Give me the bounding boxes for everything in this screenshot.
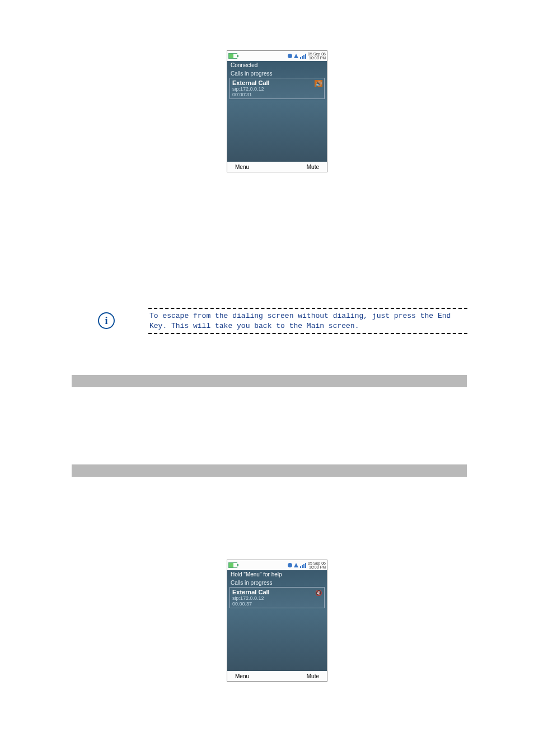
softkey-mute[interactable]: Mute: [307, 164, 319, 170]
speaker-muted-icon: 🔇: [315, 589, 322, 596]
signal-icon: [300, 54, 306, 59]
softkey-bar: Menu Mute: [227, 671, 327, 681]
softkey-menu[interactable]: Menu: [235, 164, 249, 170]
sound-icon: [288, 563, 292, 567]
status-time: 10:00 PM: [308, 565, 326, 569]
phone-screenshot-connected: 05 Sep 06 10:00 PM Connected Calls in pr…: [227, 50, 327, 172]
sound-icon: [288, 54, 292, 58]
section-divider-bar: [72, 464, 467, 477]
call-title: External Call: [232, 79, 322, 86]
info-icon: i: [98, 312, 115, 329]
info-note-text: To escape from the dialing screen withou…: [148, 308, 467, 334]
status-datetime: 05 Sep 06 10:00 PM: [308, 561, 326, 569]
help-prompt-label: Hold "Menu" for help: [227, 570, 327, 579]
call-sip: sip:172.0.0.12: [232, 595, 322, 601]
wifi-icon: [294, 563, 298, 567]
call-state-label: Connected: [227, 61, 327, 69]
softkey-bar: Menu Mute: [227, 162, 327, 172]
call-sip: sip:172.0.0.12: [232, 86, 322, 92]
signal-icon: [300, 563, 306, 568]
active-call-card: 🔊 External Call sip:172.0.0.12 00:00:31: [229, 78, 325, 99]
section-divider-bar: [72, 375, 467, 387]
document-page: 05 Sep 06 10:00 PM Connected Calls in pr…: [0, 0, 534, 756]
status-datetime: 05 Sep 06 10:00 PM: [308, 52, 326, 60]
calls-subheader: Calls in progress: [227, 579, 327, 587]
active-call-card: 🔇 External Call sip:172.0.0.12 00:00:37: [229, 587, 325, 608]
calls-subheader: Calls in progress: [227, 69, 327, 78]
phone-body: Connected Calls in progress 🔊 External C…: [227, 61, 327, 162]
wifi-icon: [294, 54, 298, 58]
status-date: 05 Sep 06: [308, 52, 326, 56]
call-timer: 00:00:37: [232, 601, 322, 607]
phone-status-bar: 05 Sep 06 10:00 PM: [227, 560, 327, 570]
softkey-menu[interactable]: Menu: [235, 673, 249, 679]
battery-icon: [228, 53, 237, 59]
call-title: External Call: [232, 589, 322, 595]
call-timer: 00:00:31: [232, 92, 322, 97]
speaker-active-icon: 🔊: [315, 80, 322, 87]
phone-body: Hold "Menu" for help Calls in progress 🔇…: [227, 570, 327, 671]
softkey-mute[interactable]: Mute: [307, 673, 319, 679]
status-date: 05 Sep 06: [308, 561, 326, 565]
status-time: 10:00 PM: [308, 56, 326, 60]
info-note-row: i To escape from the dialing screen with…: [98, 308, 467, 334]
phone-screenshot-hold-help: 05 Sep 06 10:00 PM Hold "Menu" for help …: [227, 560, 327, 682]
phone-status-bar: 05 Sep 06 10:00 PM: [227, 51, 327, 61]
battery-icon: [228, 562, 237, 568]
